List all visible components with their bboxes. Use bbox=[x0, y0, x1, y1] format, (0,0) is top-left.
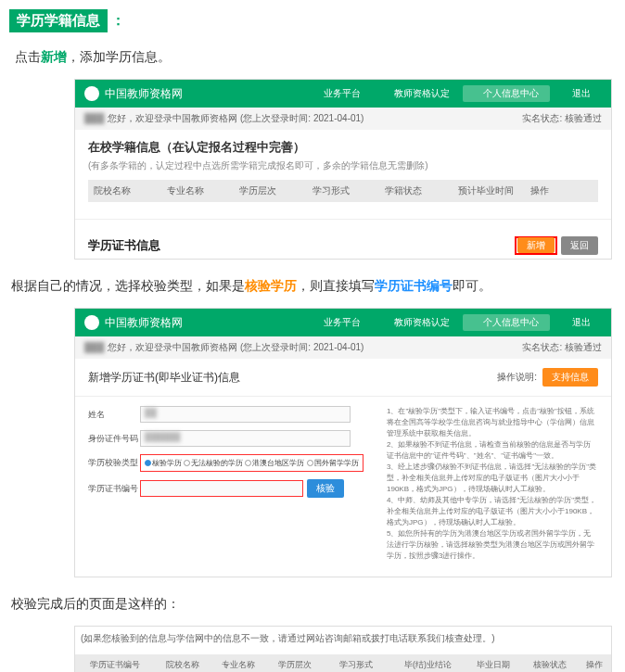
table-header-row: 学历证书编号 院校名称 专业名称 学历层次 学习形式 毕(结)业结论 毕业日期 … bbox=[75, 654, 611, 672]
result-table: 学历证书编号 院校名称 专业名称 学历层次 学习形式 毕(结)业结论 毕业日期 … bbox=[75, 654, 611, 672]
highlight-red-box: 新增 bbox=[515, 236, 557, 255]
highlight-add: 新增 bbox=[41, 49, 67, 64]
logo-icon bbox=[84, 315, 99, 330]
panel-body: 姓名 ██ 身份证件号码 ██████ 学历校验类型 核验学历 无法核验的学历 … bbox=[75, 397, 611, 577]
instruction-1: 点击新增，添加学历信息。 bbox=[15, 49, 616, 66]
nav-logout[interactable]: 退出 bbox=[552, 85, 602, 102]
topnav: 业务平台 教师资格认定 个人信息中心 退出 bbox=[303, 85, 602, 102]
col-major: 专业名称 bbox=[161, 180, 235, 202]
nav-personal[interactable]: 个人信息中心 bbox=[463, 85, 550, 102]
add-button[interactable]: 新增 bbox=[517, 237, 555, 253]
return-button[interactable]: 返回 bbox=[561, 236, 598, 255]
text: 点击 bbox=[15, 49, 41, 64]
topnav: 业务平台 教师资格认定 个人信息中心 退出 bbox=[303, 314, 602, 331]
op-hint-label: 操作说明: bbox=[497, 371, 537, 384]
nav-platform[interactable]: 业务平台 bbox=[303, 85, 372, 102]
radio-icon[interactable] bbox=[184, 460, 190, 466]
text: 即可。 bbox=[453, 278, 491, 293]
col-level: 学历层次 bbox=[266, 654, 323, 672]
help-line: 5、如您所持有的学历为港澳台地区学历或者国外留学学历，无法进行学历核验，请选择核… bbox=[387, 528, 598, 562]
doc-icon bbox=[379, 318, 387, 325]
realname-value: 核验通过 bbox=[565, 342, 602, 352]
screenshot-panel-3: (如果您核验到的信息与学信网中的信息不一致，请通过网站咨询邮箱或拨打电话联系我们… bbox=[74, 626, 612, 672]
topbar: 中国教师资格网 业务平台 教师资格认定 个人信息中心 退出 bbox=[75, 80, 611, 108]
doc-icon bbox=[379, 89, 387, 96]
nav-personal[interactable]: 个人信息中心 bbox=[463, 314, 550, 331]
section-degree: 学历证书信息 新增 返回 bbox=[75, 227, 611, 259]
nav-cert[interactable]: 教师资格认定 bbox=[374, 85, 461, 102]
welcome-bar: ███您好，欢迎登录中国教师资格网 (您上次登录时间: 2021-04-01) … bbox=[75, 108, 611, 130]
home-icon bbox=[309, 89, 316, 96]
brand-title: 中国教师资格网 bbox=[105, 86, 303, 102]
radio-verify[interactable]: 核验学历 bbox=[152, 459, 182, 467]
col-gradtime: 预计毕业时间 bbox=[453, 180, 526, 202]
input-idno[interactable]: ██████ bbox=[140, 430, 351, 447]
topbar: 中国教师资格网 业务平台 教师资格认定 个人信息中心 退出 bbox=[75, 309, 611, 336]
highlight-cert-no: 学历证书编号 bbox=[375, 278, 453, 293]
section-enrollment: 在校学籍信息（在认定报名过程中完善） (有多条学籍的，认定过程中点选所需学籍完成… bbox=[75, 130, 611, 211]
input-name[interactable]: ██ bbox=[140, 406, 351, 423]
radio-icon[interactable] bbox=[145, 460, 151, 466]
realname-label: 实名状态: bbox=[522, 113, 562, 123]
result-tip: (如果您核验到的信息与学信网中的信息不一致，请通过网站咨询邮箱或拨打电话联系我们… bbox=[75, 627, 611, 654]
col-major: 专业名称 bbox=[210, 654, 267, 672]
highlight-verify-type: 核验学历 bbox=[245, 278, 297, 293]
text: ，添加学历信息。 bbox=[67, 49, 171, 64]
col-form: 学习形式 bbox=[307, 180, 380, 202]
welcome-text: 您好，欢迎登录中国教师资格网 (您上次登录时间: 2021-04-01) bbox=[108, 342, 364, 352]
welcome-text: 您好，欢迎登录中国教师资格网 (您上次登录时间: 2021-04-01) bbox=[108, 113, 364, 123]
logo-icon bbox=[84, 86, 99, 101]
enrollment-title: 在校学籍信息（在认定报名过程中完善） bbox=[88, 139, 598, 156]
guide-button[interactable]: 支持信息 bbox=[542, 368, 598, 387]
nav-cert[interactable]: 教师资格认定 bbox=[374, 314, 461, 331]
radio-icon[interactable] bbox=[307, 460, 313, 466]
section-heading: 学历学籍信息 bbox=[9, 9, 108, 32]
col-graddate: 毕业日期 bbox=[466, 654, 522, 672]
verify-type-radios: 核验学历 无法核验的学历 港澳台地区学历 国外留学学历 bbox=[140, 454, 364, 472]
home-icon bbox=[309, 318, 316, 325]
enrollment-subtitle: (有多条学籍的，认定过程中点选所需学籍完成报名即可，多余的学籍信息无需删除) bbox=[88, 159, 598, 172]
brand-title: 中国教师资格网 bbox=[105, 315, 303, 331]
screenshot-panel-1: 中国教师资格网 业务平台 教师资格认定 个人信息中心 退出 ███您好，欢迎登录… bbox=[74, 79, 612, 260]
nav-logout[interactable]: 退出 bbox=[552, 314, 602, 331]
radio-icon[interactable] bbox=[245, 460, 251, 466]
radio-noverify[interactable]: 无法核验的学历 bbox=[191, 459, 243, 467]
user-icon bbox=[468, 318, 476, 325]
col-action: 操作 bbox=[525, 180, 598, 202]
col-level: 学历层次 bbox=[234, 180, 307, 202]
user-icon bbox=[468, 89, 476, 96]
col-form: 学习形式 bbox=[323, 654, 390, 672]
help-line: 4、中师、幼师及其他中专学历，请选择"无法核验的学历"类型，补全相关信息并上传对… bbox=[387, 495, 598, 528]
help-line: 2、如果核验不到证书信息，请检查当前核验的信息是否与学历证书信息中的"证件号码"… bbox=[387, 439, 598, 462]
form-row-name: 姓名 ██ bbox=[88, 406, 374, 423]
label-idno: 身份证件号码 bbox=[88, 433, 140, 445]
help-text-area: 1、在"核验学历"类型下，输入证书编号，点击"核验"按钮，系统将在全国高等学校学… bbox=[387, 406, 598, 562]
form-row-type: 学历校验类型 核验学历 无法核验的学历 港澳台地区学历 国外留学学历 bbox=[88, 454, 374, 472]
realname-label: 实名状态: bbox=[522, 342, 562, 352]
help-line: 1、在"核验学历"类型下，输入证书编号，点击"核验"按钮，系统将在全国高等学校学… bbox=[387, 406, 598, 439]
heading-colon: ： bbox=[111, 12, 125, 28]
enrollment-table-header: 院校名称 专业名称 学历层次 学习形式 学籍状态 预计毕业时间 操作 bbox=[88, 180, 598, 202]
label-name: 姓名 bbox=[88, 409, 140, 421]
label-certno: 学历证书编号 bbox=[88, 483, 140, 495]
col-gradresult: 毕(结)业结论 bbox=[390, 654, 466, 672]
radio-abroad[interactable]: 国外留学学历 bbox=[314, 459, 359, 467]
col-school: 院校名称 bbox=[154, 654, 210, 672]
verify-button[interactable]: 核验 bbox=[307, 479, 344, 498]
col-action: 操作 bbox=[578, 654, 611, 672]
degree-title: 学历证书信息 bbox=[88, 237, 160, 254]
col-certno: 学历证书编号 bbox=[75, 654, 154, 672]
text: 根据自己的情况，选择校验类型，如果是 bbox=[11, 278, 245, 293]
nav-platform[interactable]: 业务平台 bbox=[303, 314, 372, 331]
form-row-id: 身份证件号码 ██████ bbox=[88, 430, 374, 447]
help-line: 3、经上述步骤仍核验不到证书信息，请选择"无法核验的学历"类型，补全相关信息并上… bbox=[387, 462, 598, 495]
input-certno[interactable] bbox=[140, 480, 303, 497]
welcome-bar: ███您好，欢迎登录中国教师资格网 (您上次登录时间: 2021-04-01) … bbox=[75, 336, 611, 359]
instruction-2: 根据自己的情况，选择校验类型，如果是核验学历，则直接填写学历证书编号即可。 bbox=[11, 278, 616, 295]
panel-header: 新增学历证书(即毕业证书)信息 操作说明: 支持信息 bbox=[75, 359, 611, 397]
instruction-3: 校验完成后的页面是这样的： bbox=[11, 596, 616, 613]
col-school: 院校名称 bbox=[88, 180, 161, 202]
divider bbox=[75, 219, 611, 220]
radio-hmt[interactable]: 港澳台地区学历 bbox=[252, 459, 304, 467]
col-status: 学籍状态 bbox=[379, 180, 453, 202]
